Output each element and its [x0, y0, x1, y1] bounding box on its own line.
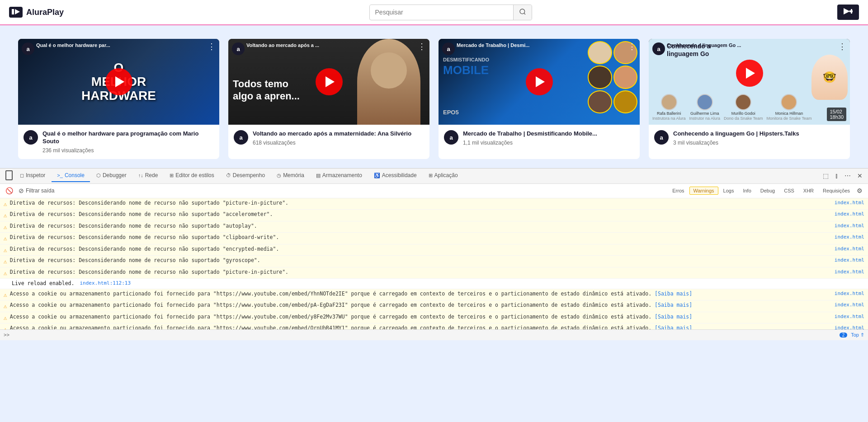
mobile-icon: [5, 170, 13, 180]
person-guilherme-name: Guilherme LimaInstrutor na Alura: [689, 111, 721, 121]
person-murillo: Murillo GodoiDono da Snake Team: [724, 94, 763, 121]
tab-memoria-label: Memória: [283, 172, 304, 178]
thumb-header-1: Qual é o melhor hardware par...: [36, 42, 110, 48]
console-line-12: ⚠ Acesso a cookie ou armazenamento parti…: [0, 324, 868, 329]
person-monica: Monica HillmanMonitora de Snake Team: [767, 94, 812, 121]
warn-icon-4: ⚠: [4, 234, 7, 243]
more-tools-button[interactable]: ⋯: [843, 171, 853, 180]
video-thumbnail-2[interactable]: Todos temoalgo a apren... a ⋮ Voltando a…: [228, 39, 429, 125]
tab-memoria[interactable]: ◷ Memória: [271, 169, 310, 182]
clear-console-button[interactable]: 🚫: [4, 186, 15, 195]
console-source-6[interactable]: index.html: [835, 257, 864, 264]
console-source-12[interactable]: index.html: [835, 324, 864, 329]
saibamais-4[interactable]: [Saiba mais]: [655, 325, 692, 329]
tab-rede-label: Rede: [145, 172, 158, 178]
video-title-1: Qual é o melhor hardware para programaçã…: [42, 130, 214, 145]
video-info-4: a Conhecendo a linguagem Go | Hipsters.T…: [649, 125, 850, 151]
inspetor-icon: ◻: [20, 173, 24, 178]
console-input[interactable]: [12, 332, 840, 338]
tab-acessibilidade[interactable]: ♿ Acessibilidade: [368, 169, 422, 182]
filter-warnings[interactable]: Warnings: [689, 187, 718, 195]
saibamais-1[interactable]: [Saiba mais]: [655, 291, 692, 297]
filter-requisicoes[interactable]: Requisições: [819, 187, 854, 195]
console-line-11: ⚠ Acesso a cookie ou armazenamento parti…: [0, 312, 868, 324]
responsive-design-button[interactable]: [4, 169, 14, 183]
tab-inspetor[interactable]: ◻ Inspetor: [14, 169, 51, 182]
filter-xhr[interactable]: XHR: [799, 187, 818, 195]
filter-css[interactable]: CSS: [780, 187, 798, 195]
more-btn-1[interactable]: ⋮: [208, 42, 216, 51]
tab-editor-estilos[interactable]: ⊞ Editor de estilos: [164, 169, 219, 182]
saibamais-3[interactable]: [Saiba mais]: [655, 314, 692, 320]
person-guilherme: Guilherme LimaInstrutor na Alura: [689, 94, 721, 121]
console-line-4: ⚠ Diretiva de recursos: Desconsiderando …: [0, 233, 868, 244]
video-card-1[interactable]: OMELHORHARDWARE a ⋮ Qual é o melhor hard…: [18, 39, 219, 159]
more-btn-2[interactable]: ⋮: [418, 42, 426, 51]
video-card-2[interactable]: Todos temoalgo a apren... a ⋮ Voltando a…: [228, 39, 429, 159]
console-text-2: Diretiva de recursos: Desconsiderando no…: [10, 211, 829, 218]
saibamais-2[interactable]: [Saiba mais]: [655, 302, 692, 308]
thumb-bg-3: DESMISTIFICANDO MOBILE EPO5: [439, 39, 640, 125]
console-source-4[interactable]: index.html: [835, 234, 864, 241]
console-text-4: Diretiva de recursos: Desconsiderando no…: [10, 234, 829, 241]
tab-armazenamento[interactable]: ▤ Armazenamento: [311, 169, 368, 182]
console-source-10[interactable]: index.html: [835, 301, 864, 309]
add-video-button[interactable]: [837, 5, 859, 20]
console-text-11: Acesso a cookie ou armazenamento partici…: [10, 313, 829, 321]
console-source-7[interactable]: index.html: [835, 268, 864, 276]
search-input[interactable]: [370, 5, 513, 19]
console-source-8[interactable]: index.html:112:13: [80, 280, 131, 287]
filter-erros[interactable]: Erros: [668, 187, 688, 195]
play-button-2[interactable]: [316, 68, 343, 95]
play-button-4[interactable]: [736, 60, 763, 87]
devtools-panel: ◻ Inspetor >_ Console ⬡ Debugger ↑↓ Rede…: [0, 168, 868, 340]
filter-logs[interactable]: Logs: [719, 187, 738, 195]
devtools-top-bar: ◻ Inspetor >_ Console ⬡ Debugger ↑↓ Rede…: [0, 169, 868, 184]
console-text-1: Diretiva de recursos: Desconsiderando no…: [10, 199, 829, 207]
video-thumbnail-3[interactable]: DESMISTIFICANDO MOBILE EPO5 a ⋮: [439, 39, 640, 125]
console-source-9[interactable]: index.html: [835, 290, 864, 298]
video-thumbnail-4[interactable]: Conhecendo alinguagem Go 🤓 Rafa Ballerin…: [649, 39, 850, 125]
more-btn-4[interactable]: ⋮: [838, 42, 846, 51]
thumb-header-3: Mercado de Trabalho | Desmi...: [457, 42, 529, 48]
thumb-header-2: Voltando ao mercado após a ...: [246, 42, 319, 48]
tab-aplicacao[interactable]: ⊞ Aplicação: [423, 169, 463, 182]
channel-avatar-4: a: [654, 130, 669, 145]
video-meta-3: Mercado de Trabalho | Desmistificando Mo…: [463, 130, 634, 146]
logo-text: AluraPlay: [26, 8, 64, 17]
filter-label: Filtrar saída: [26, 188, 54, 194]
filter-info[interactable]: Info: [739, 187, 755, 195]
warn-icon-1: ⚠: [4, 200, 7, 209]
tab-console[interactable]: >_ Console: [52, 169, 90, 182]
console-line-9: ⚠ Acesso a cookie ou armazenamento parti…: [0, 289, 868, 301]
footer-top-label[interactable]: Top ⇑: [851, 332, 864, 338]
play-button-1[interactable]: [105, 68, 132, 95]
tab-rede[interactable]: ↑↓ Rede: [133, 169, 164, 182]
video-card-4[interactable]: Conhecendo alinguagem Go 🤓 Rafa Ballerin…: [649, 39, 850, 159]
console-source-3[interactable]: index.html: [835, 222, 864, 230]
console-source-2[interactable]: index.html: [835, 211, 864, 218]
console-output[interactable]: ⚠ Diretiva de recursos: Desconsiderando …: [0, 198, 868, 329]
tab-armazenamento-label: Armazenamento: [322, 172, 362, 178]
console-source-5[interactable]: index.html: [835, 245, 864, 253]
logo: AluraPlay: [9, 7, 64, 18]
video-card-3[interactable]: DESMISTIFICANDO MOBILE EPO5 a ⋮: [439, 39, 640, 159]
split-panel-button[interactable]: ⫿: [833, 171, 840, 180]
tab-debugger[interactable]: ⬡ Debugger: [91, 169, 132, 182]
console-icon: >_: [57, 173, 63, 178]
main-content: OMELHORHARDWARE a ⋮ Qual é o melhor hard…: [0, 25, 868, 168]
console-source-1[interactable]: index.html: [835, 199, 864, 207]
filter-debug[interactable]: Debug: [756, 187, 779, 195]
filter-settings-button[interactable]: ⚙: [855, 187, 864, 194]
dock-side-button[interactable]: ⬚: [821, 171, 830, 180]
close-devtools-button[interactable]: ✕: [855, 171, 864, 180]
video-views-1: 236 mil visualizações: [42, 147, 214, 154]
play-button-3[interactable]: [526, 68, 553, 95]
tab-desempenho[interactable]: ⏱ Desempenho: [221, 169, 270, 182]
video-meta-4: Conhecendo a linguagem Go | Hipsters.Tal…: [673, 130, 844, 146]
search-button[interactable]: [513, 5, 532, 20]
video-thumbnail-1[interactable]: OMELHORHARDWARE a ⋮ Qual é o melhor hard…: [18, 39, 219, 125]
video-meta-2: Voltando ao mercado após a mmaternidade:…: [253, 130, 424, 146]
more-btn-3[interactable]: ⋮: [628, 42, 636, 51]
console-source-11[interactable]: index.html: [835, 313, 864, 321]
